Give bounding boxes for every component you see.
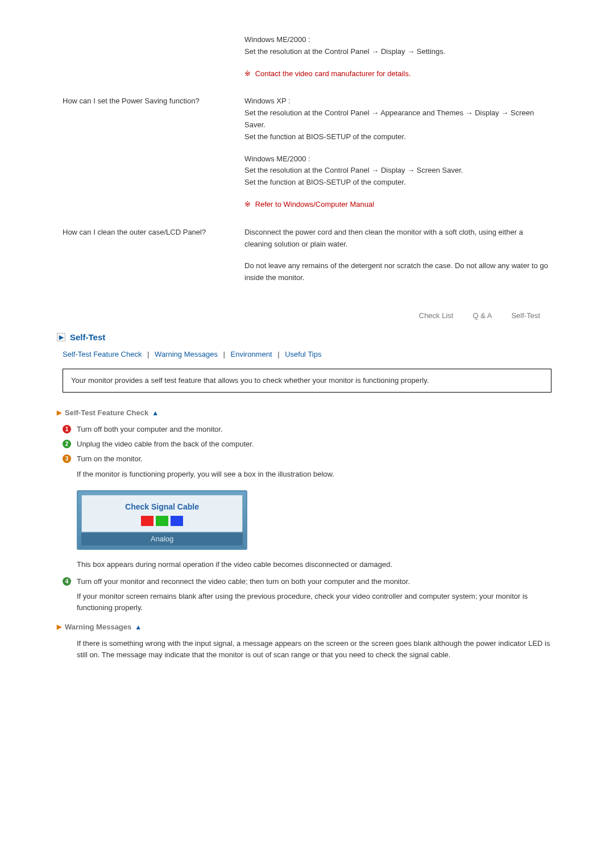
link-warning-messages[interactable]: Warning Messages: [155, 350, 218, 358]
answer-block: Windows ME/2000 : Set the resolution at …: [244, 153, 551, 189]
text-line: Windows XP :: [244, 95, 551, 107]
step-2: 2 Unplug the video cable from the back o…: [63, 439, 551, 450]
color-square-red: [141, 516, 154, 526]
back-to-top-icon[interactable]: ▲: [152, 409, 159, 417]
note-symbol: ※: [244, 200, 251, 208]
subheading-warning-messages: ▶ Warning Messages ▲: [57, 623, 551, 631]
link-environment[interactable]: Environment: [231, 350, 272, 358]
text-line: Windows ME/2000 :: [244, 34, 551, 46]
subheading-label: Self-Test Feature Check: [65, 408, 148, 417]
step-1: 1 Turn off both your computer and the mo…: [63, 424, 551, 435]
separator: |: [277, 350, 279, 358]
note-text: ※ Refer to Windows/Computer Manual: [244, 199, 551, 211]
color-squares-row: [86, 516, 238, 526]
answer-block: Do not leave any remains of the detergen…: [244, 260, 551, 284]
qa-answer-previous: Windows ME/2000 : Set the resolution at …: [244, 34, 551, 80]
tab-checklist[interactable]: Check List: [419, 311, 454, 320]
step-text: Turn off your monitor and reconnect the …: [77, 576, 410, 587]
after-illustration-text: This box appears during normal operation…: [77, 559, 551, 570]
step-text: Turn off both your computer and the moni…: [77, 424, 223, 435]
monitor-screen: Check Signal Cable: [81, 495, 243, 532]
subheading-label: Warning Messages: [65, 623, 131, 631]
subheading-feature-check: ▶ Self-Test Feature Check ▲: [57, 408, 551, 417]
tab-selftest[interactable]: Self-Test: [511, 311, 540, 320]
note-content: Refer to Windows/Computer Manual: [255, 200, 375, 208]
qa-question: How can I set the Power Saving function?: [63, 95, 244, 107]
tabs-row: Check List Q & A Self-Test: [63, 311, 540, 320]
separator: |: [223, 350, 225, 358]
monitor-message: Check Signal Cable: [86, 502, 238, 511]
note-content: Contact the video card manufacturer for …: [255, 69, 411, 78]
text-line: Windows ME/2000 :: [244, 153, 551, 165]
warning-text: If there is something wrong with the inp…: [77, 638, 551, 661]
anchor-links: Self-Test Feature Check | Warning Messag…: [63, 350, 551, 358]
section-heading-selftest: ▶ Self-Test: [57, 332, 551, 342]
qa-row-clean-panel: How can I clean the outer case/LCD Panel…: [63, 227, 551, 294]
step-number-icon: 1: [63, 425, 71, 433]
page-container: Windows ME/2000 : Set the resolution at …: [0, 0, 614, 690]
separator: |: [147, 350, 149, 358]
note-symbol: ※: [244, 69, 251, 78]
info-box: Your monitor provides a self test featur…: [63, 369, 551, 393]
answer-block: Disconnect the power cord and then clean…: [244, 227, 551, 251]
step-text: Turn on the monitor.: [77, 453, 143, 465]
color-square-blue: [171, 516, 183, 526]
link-selftest-feature-check[interactable]: Self-Test Feature Check: [63, 350, 142, 358]
step-3-detail: If the monitor is functioning properly, …: [77, 469, 551, 480]
monitor-illustration: Check Signal Cable Analog: [77, 490, 247, 550]
step-3: 3 Turn on the monitor.: [63, 453, 551, 465]
step-number-icon: 4: [63, 577, 71, 586]
link-useful-tips[interactable]: Useful Tips: [285, 350, 321, 358]
monitor-source-label: Analog: [81, 532, 243, 545]
qa-answer: Disconnect the power cord and then clean…: [244, 227, 551, 294]
step-number-icon: 3: [63, 454, 71, 463]
back-to-top-icon[interactable]: ▲: [135, 623, 142, 631]
chevron-right-icon: ▶: [57, 333, 65, 341]
section-title: Self-Test: [70, 332, 105, 342]
answer-block: Windows ME/2000 : Set the resolution at …: [244, 34, 551, 58]
chevron-right-icon: ▶: [57, 623, 61, 631]
text-line: Set the resolution at the Control Panel …: [244, 46, 551, 58]
answer-block: Windows XP : Set the resolution at the C…: [244, 95, 551, 143]
monitor-frame: Check Signal Cable Analog: [77, 490, 247, 550]
text-line: Set the function at BIOS-SETUP of the co…: [244, 131, 551, 143]
text-line: Set the function at BIOS-SETUP of the co…: [244, 177, 551, 189]
tab-qa[interactable]: Q & A: [472, 311, 492, 320]
step-4-detail: If your monitor screen remains blank aft…: [77, 591, 551, 614]
text-line: Set the resolution at the Control Panel …: [244, 107, 551, 131]
chevron-right-icon: ▶: [57, 409, 61, 416]
color-square-green: [156, 516, 168, 526]
note-text: ※ Contact the video card manufacturer fo…: [244, 68, 551, 80]
qa-row-previous: Windows ME/2000 : Set the resolution at …: [63, 34, 551, 80]
qa-answer: Windows XP : Set the resolution at the C…: [244, 95, 551, 210]
step-text: Unplug the video cable from the back of …: [77, 439, 254, 450]
text-line: Set the resolution at the Control Panel …: [244, 165, 551, 177]
qa-question: How can I clean the outer case/LCD Panel…: [63, 227, 244, 238]
qa-row-power-saving: How can I set the Power Saving function?…: [63, 95, 551, 210]
step-number-icon: 2: [63, 440, 71, 448]
step-4: 4 Turn off your monitor and reconnect th…: [63, 576, 551, 587]
